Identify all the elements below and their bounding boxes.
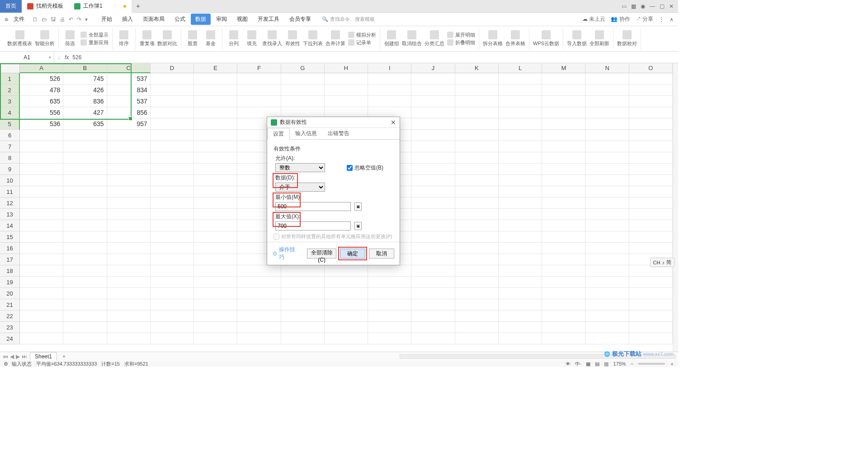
cell[interactable] <box>63 288 107 299</box>
cell[interactable] <box>585 175 629 186</box>
cell[interactable] <box>629 186 673 197</box>
cell[interactable] <box>629 310 673 322</box>
cell[interactable] <box>411 288 455 299</box>
zh-icon[interactable]: 中· <box>575 361 581 367</box>
tab-home[interactable]: 首页 <box>0 0 22 13</box>
cell[interactable] <box>107 164 151 175</box>
cell[interactable] <box>107 220 151 231</box>
ribbon-tab-2[interactable]: 页面布局 <box>138 14 169 25</box>
cell[interactable] <box>368 310 411 322</box>
cell[interactable] <box>151 85 194 96</box>
cell[interactable] <box>237 310 281 322</box>
cell[interactable] <box>542 243 585 254</box>
dialog-close-button[interactable]: ✕ <box>391 119 396 126</box>
sheet-tab[interactable]: Sheet1 <box>30 352 57 361</box>
row-header-10[interactable]: 10 <box>0 175 20 186</box>
cell[interactable] <box>542 209 585 220</box>
ribbon-tab-3[interactable]: 公式 <box>170 14 190 25</box>
cell[interactable] <box>585 152 629 164</box>
ribbon-股票[interactable]: 股票 <box>185 30 200 47</box>
ribbon-tab-8[interactable]: 会员专享 <box>285 14 316 25</box>
cell[interactable] <box>542 197 585 209</box>
cell[interactable] <box>20 333 63 344</box>
cell[interactable]: 536 <box>20 118 63 130</box>
cell[interactable] <box>151 333 194 344</box>
ribbon-筛选[interactable]: 筛选 <box>62 30 78 47</box>
close-button[interactable]: ✕ <box>669 3 674 9</box>
row-header-7[interactable]: 7 <box>0 141 20 152</box>
tab-add-button[interactable]: + <box>132 2 145 10</box>
row-header-20[interactable]: 20 <box>0 288 20 299</box>
tips-link[interactable]: ⊙操作技巧 <box>273 246 300 261</box>
cell[interactable] <box>107 299 151 310</box>
cell[interactable] <box>542 152 585 164</box>
cell[interactable] <box>542 299 585 310</box>
cell[interactable] <box>107 209 151 220</box>
cell[interactable] <box>629 209 673 220</box>
row-header-17[interactable]: 17 <box>0 254 20 265</box>
col-header-A[interactable]: A <box>20 63 63 73</box>
cell[interactable] <box>499 231 542 243</box>
ribbon-全部刷新[interactable]: 全部刷新 <box>590 30 609 47</box>
cloud-status[interactable]: ☁ 未上云 <box>582 15 605 23</box>
cell[interactable]: 478 <box>20 85 63 96</box>
cell[interactable] <box>585 299 629 310</box>
cell[interactable] <box>629 175 673 186</box>
ribbon-合并计算[interactable]: 合并计算 <box>326 30 345 47</box>
cell[interactable] <box>455 152 499 164</box>
cell[interactable] <box>629 243 673 254</box>
col-header-N[interactable]: N <box>585 63 629 73</box>
cell[interactable] <box>455 118 499 130</box>
cell[interactable] <box>281 85 325 96</box>
allow-select[interactable]: 整数 <box>275 163 325 172</box>
cell[interactable] <box>585 277 629 288</box>
menu-more-icon[interactable]: ⋮ <box>659 16 664 23</box>
hamburger-icon[interactable]: ≡ <box>5 16 8 23</box>
cell[interactable] <box>107 254 151 265</box>
tab-document[interactable]: 工作簿1 <box>69 0 132 13</box>
cell[interactable] <box>20 197 63 209</box>
cell[interactable] <box>194 85 237 96</box>
cell[interactable] <box>499 209 542 220</box>
row-header-3[interactable]: 3 <box>0 96 20 107</box>
cell[interactable] <box>542 73 585 85</box>
cell[interactable] <box>63 130 107 141</box>
ignore-blank-input[interactable] <box>347 165 353 171</box>
cell[interactable] <box>629 118 673 130</box>
coop-button[interactable]: 👥 协作 <box>611 15 630 23</box>
cell[interactable] <box>629 130 673 141</box>
cell[interactable] <box>542 265 585 277</box>
cell[interactable] <box>455 310 499 322</box>
cell[interactable] <box>237 73 281 85</box>
cell[interactable] <box>411 197 455 209</box>
cell[interactable] <box>63 209 107 220</box>
col-header-L[interactable]: L <box>499 63 542 73</box>
dialog-tab-0[interactable]: 设置 <box>267 128 290 140</box>
ribbon-tab-5[interactable]: 审阅 <box>212 14 231 25</box>
cell[interactable] <box>499 164 542 175</box>
cell[interactable] <box>194 254 237 265</box>
cell[interactable] <box>585 254 629 265</box>
cell[interactable] <box>629 152 673 164</box>
ribbon-折叠明细[interactable]: 折叠明细 <box>447 39 475 46</box>
cell[interactable]: 856 <box>107 107 151 118</box>
cell[interactable] <box>585 265 629 277</box>
cell[interactable] <box>194 243 237 254</box>
ime-indicator[interactable]: CH♪简 <box>650 258 675 267</box>
sheet-add-button[interactable]: + <box>60 353 68 360</box>
row-header-9[interactable]: 9 <box>0 164 20 175</box>
row-header-19[interactable]: 19 <box>0 277 20 288</box>
cell[interactable] <box>194 96 237 107</box>
cell[interactable] <box>542 85 585 96</box>
cell[interactable] <box>542 107 585 118</box>
cell[interactable] <box>63 254 107 265</box>
row-header-21[interactable]: 21 <box>0 299 20 310</box>
ribbon-数据对比[interactable]: 数据对比 <box>157 30 177 47</box>
cell[interactable] <box>20 231 63 243</box>
cell[interactable] <box>411 164 455 175</box>
dialog-tab-1[interactable]: 输入信息 <box>290 128 322 139</box>
view-page-icon[interactable]: ▤ <box>595 361 599 367</box>
row-header-13[interactable]: 13 <box>0 209 20 220</box>
cell[interactable]: 635 <box>20 96 63 107</box>
zoom-slider[interactable] <box>638 363 665 365</box>
